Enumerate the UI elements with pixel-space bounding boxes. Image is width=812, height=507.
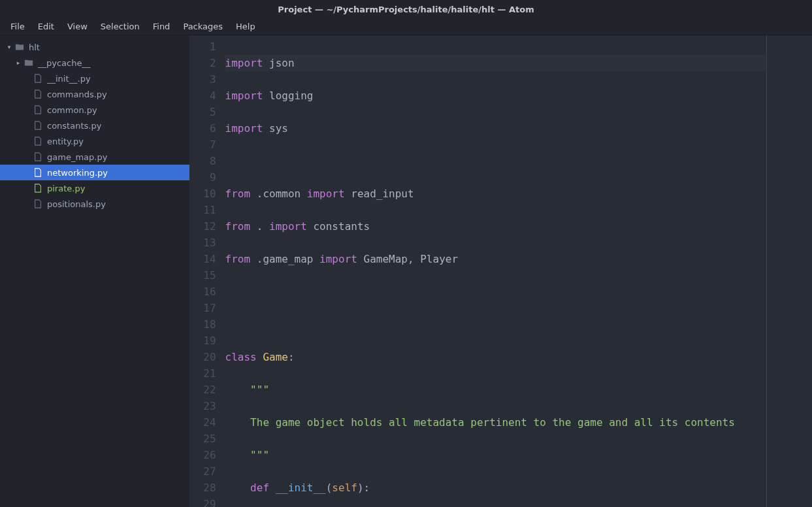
line-number: 25 [189, 431, 216, 447]
line-number: 6 [189, 120, 216, 137]
file-icon [33, 105, 43, 115]
tree-file-modified[interactable]: pirate.py [0, 180, 189, 196]
tree-item-label: commands.py [47, 90, 107, 99]
file-icon [33, 89, 43, 99]
line-number: 8 [189, 153, 216, 169]
tree-file[interactable]: game_map.py [0, 149, 189, 165]
tree-file[interactable]: common.py [0, 102, 189, 118]
line-number: 19 [189, 333, 216, 349]
line-gutter: 1234567891011121314151617181920212223242… [189, 35, 225, 507]
file-icon [33, 167, 43, 178]
line-number: 10 [189, 186, 216, 202]
line-number: 3 [189, 71, 216, 88]
line-number: 4 [189, 88, 216, 104]
menu-view[interactable]: View [61, 19, 94, 34]
line-number: 11 [189, 202, 216, 218]
menu-selection[interactable]: Selection [94, 19, 146, 34]
tree-file[interactable]: entity.py [0, 133, 189, 149]
line-number: 7 [189, 137, 216, 153]
tree-item-label: positionals.py [47, 199, 106, 209]
file-icon [33, 199, 43, 209]
file-icon [33, 136, 43, 146]
line-number: 28 [189, 480, 216, 496]
line-number: 22 [189, 382, 216, 398]
line-number: 21 [189, 365, 216, 382]
folder-icon [24, 57, 34, 68]
tree-item-label: game_map.py [47, 152, 107, 162]
menu-edit[interactable]: Edit [31, 19, 61, 34]
menu-file[interactable]: File [4, 19, 31, 34]
line-number: 26 [189, 447, 216, 463]
tree-folder-pycache[interactable]: ▸ __pycache__ [0, 55, 189, 71]
main-area: ▾ hlt ▸ __pycache__ __init__.py c [0, 35, 812, 507]
line-number: 14 [189, 251, 216, 267]
menu-packages[interactable]: Packages [176, 19, 229, 34]
menu-find[interactable]: Find [146, 19, 177, 34]
chevron-down-icon[interactable]: ▾ [5, 44, 13, 50]
line-number: 16 [189, 284, 216, 300]
menu-bar: File Edit View Selection Find Packages H… [0, 18, 812, 35]
tree-item-label: pirate.py [47, 184, 85, 193]
line-number: 23 [189, 398, 216, 414]
tree-view[interactable]: ▾ hlt ▸ __pycache__ __init__.py c [0, 35, 189, 507]
line-number: 17 [189, 300, 216, 316]
code-area[interactable]: import json import logging import sys fr… [225, 35, 766, 507]
line-number: 9 [189, 169, 216, 186]
tree-file[interactable]: constants.py [0, 118, 189, 133]
tree-item-label: common.py [47, 105, 97, 115]
chevron-right-icon[interactable]: ▸ [14, 59, 22, 66]
editor-pane[interactable]: 1234567891011121314151617181920212223242… [189, 35, 812, 507]
tree-file-selected[interactable]: networking.py [0, 165, 189, 180]
tree-item-label: constants.py [47, 121, 101, 131]
tree-item-label: __pycache__ [38, 58, 90, 68]
tree-item-label: hlt [29, 42, 40, 52]
line-number: 2 [189, 55, 216, 71]
line-number: 20 [189, 349, 216, 365]
file-icon [33, 183, 43, 193]
tree-file[interactable]: positionals.py [0, 196, 189, 212]
tree-item-label: networking.py [47, 168, 108, 178]
tree-item-label: __init__.py [47, 74, 91, 84]
title-bar: Project — ~/PycharmProjects/halite/halit… [0, 0, 812, 18]
line-number: 29 [189, 496, 216, 507]
file-icon [33, 120, 43, 131]
file-icon [33, 73, 43, 84]
menu-help[interactable]: Help [229, 19, 262, 34]
line-number: 24 [189, 414, 216, 431]
minimap[interactable] [766, 35, 812, 507]
line-number: 13 [189, 235, 216, 251]
tree-file[interactable]: commands.py [0, 86, 189, 102]
line-number: 15 [189, 267, 216, 284]
tree-root-folder[interactable]: ▾ hlt [0, 39, 189, 55]
line-number: 12 [189, 218, 216, 235]
window-title: Project — ~/PycharmProjects/halite/halit… [278, 5, 534, 14]
line-number: 18 [189, 316, 216, 333]
tree-item-label: entity.py [47, 137, 84, 146]
file-icon [33, 152, 43, 162]
line-number: 1 [189, 39, 216, 55]
folder-icon [14, 42, 25, 52]
tree-file[interactable]: __init__.py [0, 71, 189, 86]
line-number: 5 [189, 104, 216, 120]
line-number: 27 [189, 463, 216, 480]
